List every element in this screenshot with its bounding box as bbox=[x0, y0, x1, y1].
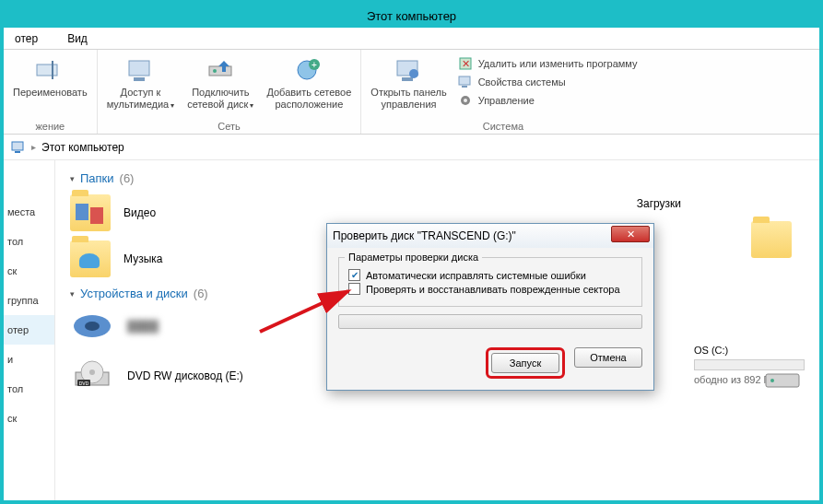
start-button[interactable]: Запуск bbox=[491, 353, 559, 373]
add-network-location-button[interactable]: + Добавить сетевое расположение bbox=[263, 53, 355, 112]
folders-count: (6) bbox=[120, 171, 135, 185]
system-properties-button[interactable]: Свойства системы bbox=[456, 74, 640, 90]
hdd-icon bbox=[764, 367, 801, 393]
svg-text:DVD: DVD bbox=[79, 381, 89, 386]
gear-icon bbox=[458, 93, 473, 108]
sidebar-item[interactable]: места bbox=[4, 197, 54, 227]
map-drive-button[interactable]: Подключить сетевой диск▾ bbox=[183, 53, 257, 112]
svg-rect-0 bbox=[37, 64, 57, 76]
sidebar-item[interactable]: группа bbox=[4, 286, 54, 315]
annotation-arrow bbox=[256, 286, 358, 341]
check-disk-dialog: Проверить диск "TRANSCEND (G:)" ✕ Параме… bbox=[326, 223, 654, 391]
network-drive-icon bbox=[206, 55, 235, 85]
svg-rect-14 bbox=[459, 76, 470, 85]
control-panel-icon bbox=[394, 55, 423, 85]
tab-view[interactable]: Вид bbox=[60, 29, 95, 48]
options-fieldset: Параметры проверки диска ✔ Автоматически… bbox=[338, 257, 642, 307]
sidebar-item-computer[interactable]: отер bbox=[4, 315, 54, 345]
ribbon-group-location: Переименовать жение bbox=[4, 50, 98, 134]
close-icon: ✕ bbox=[627, 229, 635, 240]
svg-point-11 bbox=[409, 69, 418, 78]
add-network-icon: + bbox=[294, 55, 323, 85]
folder-icon bbox=[70, 240, 111, 277]
sidebar-item[interactable]: тол bbox=[4, 374, 54, 404]
media-access-button[interactable]: Доступ к мультимедиа▾ bbox=[103, 53, 179, 112]
folder-video[interactable]: Видео bbox=[70, 194, 156, 231]
window-titlebar: Этот компьютер bbox=[4, 4, 819, 28]
svg-text:+: + bbox=[312, 60, 317, 70]
sidebar-item[interactable]: и bbox=[4, 345, 54, 374]
folder-item-right[interactable] bbox=[751, 221, 792, 258]
svg-line-29 bbox=[260, 291, 348, 332]
folder-icon bbox=[751, 221, 792, 258]
fieldset-legend: Параметры проверки диска bbox=[345, 252, 482, 263]
svg-rect-10 bbox=[402, 77, 413, 81]
sidebar-item[interactable]: ск bbox=[4, 404, 54, 433]
folder-music[interactable]: Музыка bbox=[70, 240, 162, 277]
close-button[interactable]: ✕ bbox=[611, 226, 650, 242]
ribbon-group-system: Открыть панель управления ✕ Удалить или … bbox=[361, 50, 644, 134]
sidebar-item[interactable]: тол bbox=[4, 227, 54, 256]
folders-section-header[interactable]: ▾ Папки (6) bbox=[70, 171, 805, 185]
collapse-icon: ▾ bbox=[70, 289, 75, 299]
breadcrumb-root[interactable]: Этот компьютер bbox=[41, 141, 124, 154]
computer-icon bbox=[11, 140, 26, 155]
checkbox-auto-fix[interactable]: ✔ Автоматически исправлять системные оши… bbox=[348, 269, 632, 281]
uninstall-icon: ✕ bbox=[458, 56, 473, 71]
svg-rect-15 bbox=[462, 86, 467, 88]
control-panel-button[interactable]: Открыть панель управления bbox=[367, 53, 450, 112]
svg-rect-18 bbox=[12, 142, 23, 150]
group-label-network: Сеть bbox=[103, 119, 356, 134]
annotation-highlight: Запуск bbox=[486, 347, 565, 379]
group-label-location: жение bbox=[9, 119, 91, 134]
ribbon-tabs: отер Вид bbox=[4, 28, 819, 50]
svg-point-21 bbox=[85, 322, 100, 331]
svg-point-5 bbox=[213, 69, 217, 73]
tab-computer[interactable]: отер bbox=[7, 29, 45, 48]
ribbon: Переименовать жение Доступ к мультимедиа… bbox=[4, 50, 819, 135]
cancel-button[interactable]: Отмена bbox=[574, 347, 642, 368]
dialog-title: Проверить диск "TRANSCEND (G:)" bbox=[333, 229, 516, 242]
svg-rect-3 bbox=[134, 77, 145, 81]
chevron-right-icon: ▸ bbox=[31, 142, 36, 152]
collapse-icon: ▾ bbox=[70, 174, 75, 183]
svg-point-24 bbox=[89, 369, 95, 375]
folders-header-label: Папки bbox=[80, 171, 114, 185]
group-label-system: Система bbox=[367, 119, 639, 134]
devices-count: (6) bbox=[194, 287, 208, 300]
dialog-titlebar[interactable]: Проверить диск "TRANSCEND (G:)" ✕ bbox=[327, 224, 653, 248]
sidebar-item[interactable]: ск bbox=[4, 256, 54, 286]
svg-point-17 bbox=[464, 99, 467, 102]
folder-icon bbox=[70, 194, 111, 231]
svg-rect-2 bbox=[129, 61, 149, 76]
media-icon bbox=[125, 55, 155, 85]
dialog-buttons: Запуск Отмена bbox=[327, 340, 653, 390]
rename-button[interactable]: Переименовать bbox=[9, 53, 91, 100]
drive-icon bbox=[70, 310, 114, 343]
devices-header-label: Устройства и диски bbox=[80, 287, 188, 300]
folder-downloads[interactable]: Загрузки bbox=[637, 197, 681, 210]
svg-text:✕: ✕ bbox=[461, 58, 469, 69]
uninstall-program-button[interactable]: ✕ Удалить или изменить программу bbox=[456, 55, 640, 72]
navigation-sidebar: места тол ск группа отер и тол ск bbox=[4, 160, 55, 500]
window-title: Этот компьютер bbox=[367, 9, 456, 23]
svg-rect-19 bbox=[15, 151, 20, 153]
svg-point-28 bbox=[770, 379, 774, 382]
svg-rect-4 bbox=[209, 66, 231, 76]
rename-icon bbox=[35, 55, 65, 85]
breadcrumb[interactable]: ▸ Этот компьютер bbox=[4, 135, 819, 160]
ribbon-group-network: Доступ к мультимедиа▾ Подключить сетевой… bbox=[98, 50, 362, 134]
svg-rect-1 bbox=[52, 61, 53, 79]
checkbox-checked-icon: ✔ bbox=[348, 269, 360, 281]
rename-label: Переименовать bbox=[13, 87, 88, 99]
checkbox-scan-recover[interactable]: Проверять и восстанавливать поврежденные… bbox=[348, 283, 632, 295]
progress-bar bbox=[338, 314, 642, 329]
system-props-icon bbox=[458, 75, 473, 89]
dvd-drive-icon: DVD bbox=[70, 359, 114, 393]
manage-button[interactable]: Управление bbox=[456, 92, 640, 109]
